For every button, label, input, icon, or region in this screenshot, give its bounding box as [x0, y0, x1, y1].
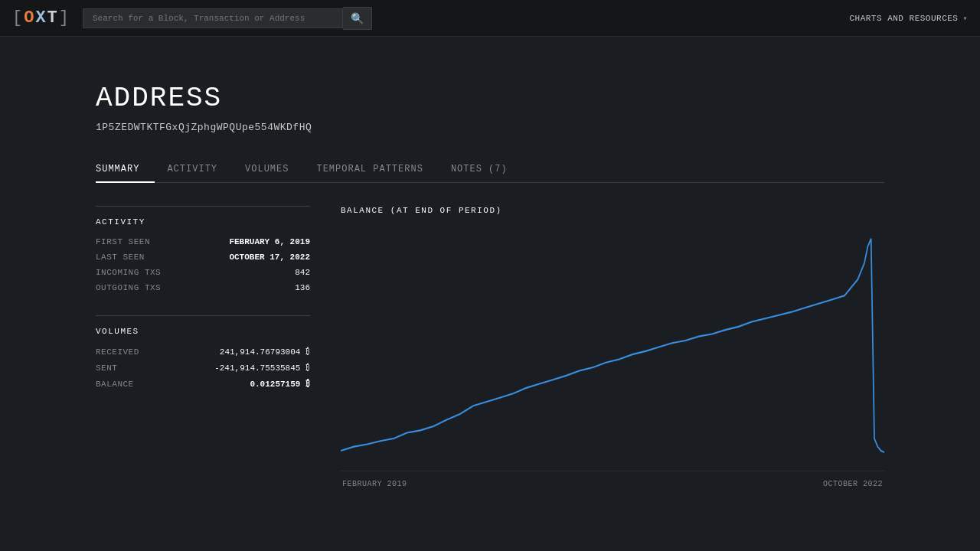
sent-value: -241,914.75535845 ₿	[214, 363, 310, 373]
received-value: 241,914.76793004 ₿	[220, 347, 310, 357]
search-icon: 🔍	[351, 12, 364, 24]
chart-title: BALANCE (AT END OF PERIOD)	[341, 206, 884, 215]
logo-o: O	[24, 8, 35, 28]
outgoing-txs-value: 136	[295, 283, 310, 292]
volumes-section-title: VOLUMES	[96, 327, 310, 336]
balance-value: 0.01257159 ₿	[250, 379, 310, 389]
balance-label: BALANCE	[96, 380, 134, 389]
activity-section: ACTIVITY FIRST SEEN FEBRUARY 6, 2019 LAS…	[96, 206, 310, 292]
tab-activity[interactable]: ACTIVITY	[167, 156, 233, 182]
right-panel: BALANCE (AT END OF PERIOD) FEBRUARY 2019…	[341, 206, 884, 488]
outgoing-txs-label: OUTGOING TXS	[96, 283, 161, 292]
search-container: 🔍	[83, 7, 374, 30]
volumes-divider	[96, 315, 310, 316]
last-seen-label: LAST SEEN	[96, 253, 145, 262]
address-hash: 1P5ZEDWTKTFGxQjZphgWPQUpe554WKDfHQ	[96, 122, 884, 133]
logo-t: T	[47, 8, 59, 28]
logo-x: X	[35, 8, 47, 28]
incoming-txs-row: INCOMING TXS 842	[96, 268, 310, 277]
received-row: RECEIVED 241,914.76793004 ₿	[96, 347, 310, 357]
activity-divider	[96, 206, 310, 207]
search-button[interactable]: 🔍	[343, 7, 372, 30]
chart-x-label-right: OCTOBER 2022	[823, 480, 883, 488]
chart-x-labels: FEBRUARY 2019 OCTOBER 2022	[341, 480, 884, 488]
tab-volumes[interactable]: VOLUMES	[245, 156, 304, 182]
first-seen-row: FIRST SEEN FEBRUARY 6, 2019	[96, 237, 310, 246]
activity-section-title: ACTIVITY	[96, 217, 310, 227]
incoming-txs-value: 842	[295, 268, 310, 277]
tab-summary[interactable]: SUMMARY	[96, 156, 155, 182]
received-label: RECEIVED	[96, 347, 139, 357]
sent-label: SENT	[96, 364, 117, 373]
nav-right: CHARTS AND RESOURCES ▾	[849, 14, 968, 23]
summary-layout: ACTIVITY FIRST SEEN FEBRUARY 6, 2019 LAS…	[96, 206, 884, 488]
last-seen-row: LAST SEEN OCTOBER 17, 2022	[96, 253, 310, 262]
search-input[interactable]	[83, 8, 343, 28]
charts-resources-label: CHARTS AND RESOURCES	[849, 14, 958, 23]
logo[interactable]: [OXT]	[12, 8, 70, 28]
left-panel: ACTIVITY FIRST SEEN FEBRUARY 6, 2019 LAS…	[96, 206, 310, 488]
balance-row: BALANCE 0.01257159 ₿	[96, 379, 310, 389]
chart-container	[341, 230, 884, 475]
incoming-txs-label: INCOMING TXS	[96, 268, 161, 277]
volumes-section: VOLUMES RECEIVED 241,914.76793004 ₿ SENT…	[96, 315, 310, 389]
chevron-down-icon: ▾	[962, 14, 968, 23]
tabs-container: SUMMARY ACTIVITY VOLUMES TEMPORAL PATTER…	[96, 156, 884, 183]
balance-chart	[341, 230, 884, 475]
tab-temporal-patterns[interactable]: TEMPORAL PATTERNS	[316, 156, 438, 182]
chart-x-label-left: FEBRUARY 2019	[342, 480, 407, 488]
sent-row: SENT -241,914.75535845 ₿	[96, 363, 310, 373]
first-seen-label: FIRST SEEN	[96, 237, 150, 246]
first-seen-value: FEBRUARY 6, 2019	[229, 237, 310, 246]
charts-resources-button[interactable]: CHARTS AND RESOURCES ▾	[849, 14, 968, 23]
outgoing-txs-row: OUTGOING TXS 136	[96, 283, 310, 292]
header: [OXT] 🔍 CHARTS AND RESOURCES ▾	[0, 0, 980, 37]
last-seen-value: OCTOBER 17, 2022	[229, 253, 310, 262]
tab-notes[interactable]: NOTES (7)	[451, 156, 523, 182]
page-title: ADDRESS	[96, 83, 884, 114]
logo-bracket-left: [	[12, 8, 24, 28]
logo-bracket-right: ]	[59, 8, 70, 28]
main-content: ADDRESS 1P5ZEDWTKTFGxQjZphgWPQUpe554WKDf…	[0, 37, 980, 519]
